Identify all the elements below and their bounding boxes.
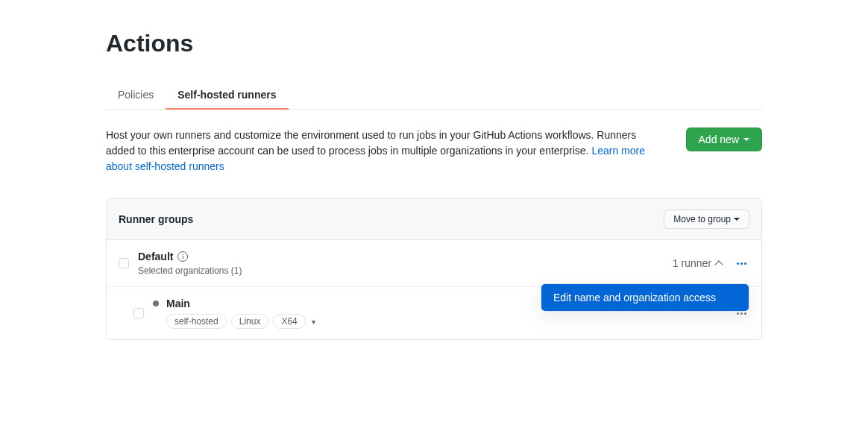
runner-group-row: Default i Selected organizations (1) 1 r…: [107, 240, 761, 287]
runner-tag: Linux: [231, 314, 269, 329]
tab-self-hosted-runners[interactable]: Self-hosted runners: [166, 81, 288, 110]
caret-down-icon: [743, 138, 749, 141]
panel-header: Runner groups Move to group: [107, 199, 761, 240]
edit-name-access-item[interactable]: Edit name and organization access: [541, 284, 749, 311]
runner-groups-title: Runner groups: [119, 213, 193, 225]
runner-groups-panel: Runner groups Move to group Default i Se…: [106, 198, 762, 340]
tabs: Policies Self-hosted runners: [106, 81, 762, 110]
tab-policies[interactable]: Policies: [106, 81, 166, 110]
add-new-button[interactable]: Add new: [686, 128, 762, 151]
runner-count-toggle[interactable]: 1 runner: [673, 257, 722, 269]
chevron-up-icon: [714, 260, 723, 268]
group-name: Default: [138, 251, 173, 262]
runner-name: Main: [166, 298, 190, 309]
runner-tag: X64: [273, 314, 305, 329]
group-menu-button[interactable]: [734, 259, 749, 268]
runner-tag: self-hosted: [166, 314, 227, 329]
info-icon[interactable]: i: [177, 251, 188, 262]
group-checkbox[interactable]: [119, 258, 129, 268]
description-body: Host your own runners and customize the …: [106, 129, 636, 157]
description-text: Host your own runners and customize the …: [106, 128, 668, 174]
tags-dropdown-icon[interactable]: ▾: [310, 318, 315, 326]
move-to-group-button[interactable]: Move to group: [664, 210, 749, 229]
move-to-group-label: Move to group: [673, 214, 731, 224]
caret-down-icon: [734, 218, 740, 221]
status-dot-icon: [153, 301, 159, 306]
group-context-menu: Edit name and organization access: [541, 283, 749, 312]
group-subtitle: Selected organizations (1): [138, 265, 664, 276]
runner-checkbox[interactable]: [133, 308, 144, 318]
add-new-label: Add new: [699, 133, 739, 145]
page-title: Actions: [106, 30, 762, 57]
runner-count-label: 1 runner: [673, 257, 711, 269]
